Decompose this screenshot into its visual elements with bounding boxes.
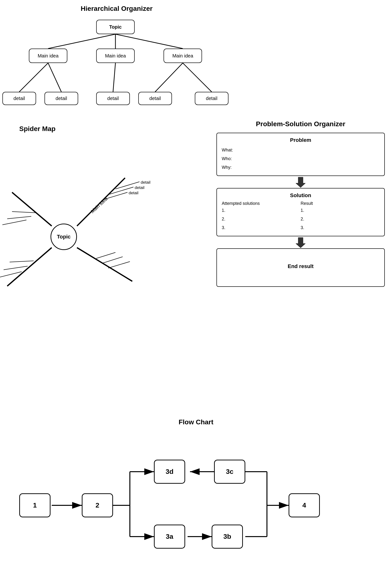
hier-detail-2-label: detail bbox=[56, 96, 67, 101]
svg-line-5 bbox=[113, 63, 115, 92]
hier-main-idea-2-label: Main idea bbox=[105, 53, 126, 59]
problem-why: Why: bbox=[222, 163, 379, 172]
hier-detail-3: detail bbox=[96, 92, 130, 105]
ps-title: Problem-Solution Organizer bbox=[216, 120, 385, 128]
solution-col-right: Result 1. 2. 3. bbox=[301, 201, 379, 232]
hierarchical-organizer: Hierarchical Organizer Topic Main i bbox=[0, 5, 233, 118]
spider-svg: Main idea detail detail detail bbox=[0, 118, 216, 334]
fc-node-4-label: 4 bbox=[302, 501, 306, 509]
spider-detail-1: detail bbox=[129, 191, 139, 195]
end-result-title: End result bbox=[288, 263, 314, 270]
svg-marker-8 bbox=[296, 177, 306, 188]
svg-line-6 bbox=[155, 63, 183, 92]
fc-node-2: 2 bbox=[82, 493, 113, 517]
spider-detail-3: detail bbox=[141, 180, 151, 185]
spider-detail-2: detail bbox=[135, 185, 144, 190]
hier-detail-4: detail bbox=[138, 92, 172, 105]
hier-detail-1: detail bbox=[2, 92, 36, 105]
hier-main-idea-3: Main idea bbox=[164, 49, 202, 63]
svg-line-17 bbox=[2, 220, 27, 225]
problem-solution-organizer: Problem-Solution Organizer Problem What:… bbox=[216, 120, 385, 287]
arrow-down-svg-2 bbox=[294, 236, 307, 248]
problem-what: What: bbox=[222, 146, 379, 154]
solution-items-right: 1. 2. 3. bbox=[301, 206, 379, 232]
hier-main-idea-3-label: Main idea bbox=[172, 53, 193, 59]
fc-node-3a: 3a bbox=[154, 524, 185, 549]
ps-arrow-1 bbox=[216, 176, 385, 188]
hier-main-idea-1: Main idea bbox=[29, 49, 67, 63]
flowchart-title: Flow Chart bbox=[0, 418, 392, 426]
svg-line-2 bbox=[115, 34, 183, 49]
hier-topic-label: Topic bbox=[109, 24, 122, 30]
ps-arrow-2 bbox=[216, 236, 385, 248]
fc-node-3c: 3c bbox=[214, 460, 245, 484]
spider-topic-circle: Topic bbox=[51, 224, 77, 250]
fc-node-3b-label: 3b bbox=[224, 533, 231, 540]
svg-line-7 bbox=[183, 63, 212, 92]
svg-line-15 bbox=[12, 212, 36, 213]
fc-node-3d: 3d bbox=[154, 460, 185, 484]
result-item-2: 2. bbox=[301, 215, 379, 223]
fc-node-3c-label: 3c bbox=[226, 468, 233, 476]
solution-item-3: 3. bbox=[222, 223, 301, 232]
hier-detail-4-label: detail bbox=[149, 96, 161, 101]
end-result-box: End result bbox=[216, 248, 385, 287]
fc-node-2-label: 2 bbox=[96, 501, 99, 509]
hier-detail-1-label: detail bbox=[14, 96, 25, 101]
problem-title: Problem bbox=[222, 137, 379, 143]
svg-line-21 bbox=[108, 261, 130, 268]
hier-detail-3-label: detail bbox=[107, 96, 119, 101]
fc-connections-svg bbox=[0, 433, 392, 564]
solution-box: Solution Attempted solutions 1. 2. 3. Re… bbox=[216, 188, 385, 236]
result-label: Result bbox=[301, 201, 379, 206]
svg-line-3 bbox=[19, 63, 48, 92]
solution-item-1: 1. bbox=[222, 206, 301, 215]
attempted-solutions-label: Attempted solutions bbox=[222, 201, 301, 206]
svg-line-22 bbox=[7, 248, 52, 286]
svg-line-20 bbox=[102, 257, 123, 263]
spider-topic-label: Topic bbox=[57, 234, 70, 240]
hier-detail-2: detail bbox=[44, 92, 78, 105]
solution-col-left: Attempted solutions 1. 2. 3. bbox=[222, 201, 301, 232]
svg-line-18 bbox=[77, 248, 132, 281]
solution-title: Solution bbox=[222, 192, 379, 199]
solution-grid: Attempted solutions 1. 2. 3. Result 1. 2… bbox=[222, 201, 379, 232]
arrow-down-svg-1 bbox=[294, 176, 307, 188]
fc-node-3d-label: 3d bbox=[166, 468, 174, 476]
svg-line-4 bbox=[48, 63, 61, 92]
problem-content: What: Who: Why: bbox=[222, 146, 379, 172]
svg-line-23 bbox=[10, 261, 34, 262]
result-item-1: 1. bbox=[301, 206, 379, 215]
hier-detail-5: detail bbox=[195, 92, 228, 105]
problem-who: Who: bbox=[222, 154, 379, 163]
svg-line-14 bbox=[12, 192, 52, 226]
hierarchical-title: Hierarchical Organizer bbox=[0, 5, 233, 13]
hier-main-idea-2: Main idea bbox=[96, 49, 135, 63]
hier-detail-5-label: detail bbox=[206, 96, 217, 101]
svg-line-24 bbox=[4, 266, 28, 270]
solution-items-left: 1. 2. 3. bbox=[222, 206, 301, 232]
fc-node-3a-label: 3a bbox=[166, 533, 173, 540]
svg-line-0 bbox=[48, 34, 115, 49]
flowchart-diagram: 1 2 3d 3c 3a 3b 4 bbox=[0, 433, 392, 564]
hier-diagram: Topic Main idea Main idea Main idea deta… bbox=[0, 17, 233, 118]
fc-node-3b: 3b bbox=[212, 524, 243, 549]
solution-item-2: 2. bbox=[222, 215, 301, 223]
result-item-3: 3. bbox=[301, 223, 379, 232]
problem-box: Problem What: Who: Why: bbox=[216, 133, 385, 176]
spider-map-section: Spider Map Main idea detail detail bbox=[0, 118, 216, 334]
svg-line-16 bbox=[7, 216, 31, 219]
spider-main-idea-label: Main idea bbox=[90, 196, 109, 214]
fc-node-1-label: 1 bbox=[33, 501, 37, 509]
svg-marker-9 bbox=[296, 237, 306, 248]
svg-line-19 bbox=[96, 252, 115, 259]
fc-node-4: 4 bbox=[289, 493, 320, 517]
flowchart-section: Flow Chart bbox=[0, 418, 392, 564]
hier-main-idea-1-label: Main idea bbox=[38, 53, 59, 59]
fc-node-1: 1 bbox=[19, 493, 51, 517]
hier-topic-box: Topic bbox=[96, 20, 135, 34]
